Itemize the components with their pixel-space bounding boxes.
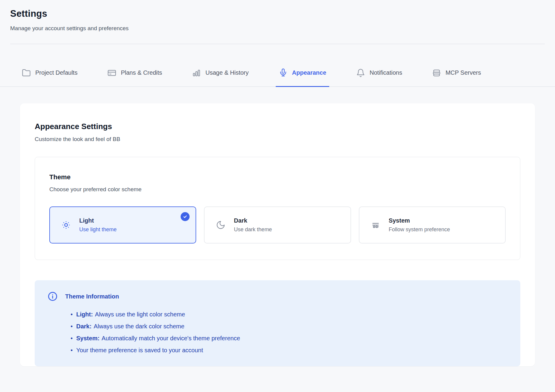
theme-option-description: Use light theme	[79, 226, 117, 233]
tab-label: Appearance	[292, 69, 327, 76]
bell-icon	[356, 68, 365, 77]
theme-subtitle: Choose your preferred color scheme	[49, 186, 506, 193]
theme-option-dark[interactable]: Dark Use dark theme	[204, 206, 351, 244]
moon-icon	[216, 220, 225, 230]
appearance-settings-subtitle: Customize the look and feel of BB	[35, 136, 520, 143]
theme-information-list: Light:Always use the light color scheme …	[47, 308, 506, 356]
theme-information-title: Theme Information	[65, 293, 119, 300]
tab-label: Usage & History	[205, 69, 249, 76]
selected-check-icon	[181, 212, 190, 221]
tab-usage-history[interactable]: Usage & History	[189, 68, 252, 86]
theme-option-light[interactable]: Light Use light theme	[49, 206, 196, 244]
theme-section: Theme Choose your preferred color scheme…	[35, 157, 520, 260]
theme-option-description: Use dark theme	[234, 226, 272, 233]
sun-icon	[61, 220, 71, 230]
info-bullet: Dark:Always use the dark color scheme	[71, 320, 506, 332]
theme-option-label: Light	[79, 217, 117, 224]
tab-label: Plans & Credits	[121, 69, 162, 76]
tab-label: Project Defaults	[35, 69, 77, 76]
theme-title: Theme	[49, 173, 506, 181]
page-subtitle: Manage your account settings and prefere…	[10, 25, 545, 32]
theme-option-description: Follow system preference	[389, 226, 450, 233]
theme-option-label: Dark	[234, 217, 272, 224]
appearance-settings-card: Appearance Settings Customize the look a…	[20, 103, 535, 366]
theme-option-system[interactable]: System Follow system preference	[359, 206, 506, 244]
tab-plans-credits[interactable]: Plans & Credits	[104, 68, 165, 86]
tab-mcp-servers[interactable]: MCP Servers	[429, 68, 484, 86]
page-header: Settings Manage your account settings an…	[0, 0, 555, 32]
tab-label: Notifications	[370, 69, 402, 76]
theme-information-box: Theme Information Light:Always use the l…	[35, 280, 520, 366]
settings-tabbar: Project Defaults Plans & Credits Usage &…	[0, 44, 555, 87]
server-stack-icon	[432, 68, 441, 77]
folder-icon	[22, 68, 31, 77]
theme-option-label: System	[389, 217, 450, 224]
info-bullet: System:Automatically match your device's…	[71, 332, 506, 344]
tab-appearance[interactable]: Appearance	[276, 68, 330, 87]
bar-chart-icon	[192, 68, 201, 77]
microphone-icon	[279, 68, 288, 77]
sliders-icon	[371, 220, 380, 230]
info-bullet: Light:Always use the light color scheme	[71, 308, 506, 320]
theme-options: Light Use light theme Dark Use dark them…	[49, 206, 506, 244]
tab-notifications[interactable]: Notifications	[353, 68, 405, 86]
tab-label: MCP Servers	[446, 69, 481, 76]
tab-project-defaults[interactable]: Project Defaults	[19, 68, 80, 86]
info-icon	[47, 291, 58, 302]
page-title: Settings	[10, 8, 545, 19]
appearance-settings-title: Appearance Settings	[35, 122, 520, 131]
credit-card-icon	[107, 68, 116, 77]
info-bullet: Your theme preference is saved to your a…	[71, 344, 506, 356]
